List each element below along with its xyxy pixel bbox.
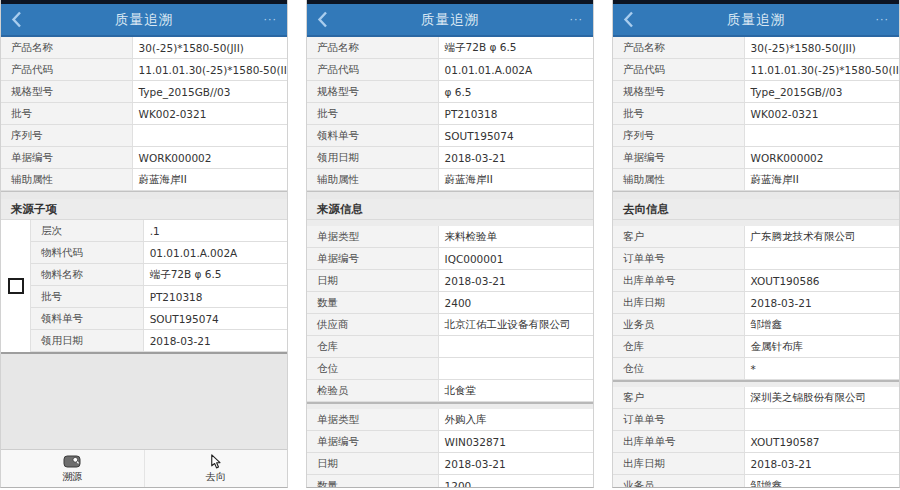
field-label: 业务员 [613, 475, 745, 488]
field-value: WK002-0321 [133, 103, 287, 124]
field-label: 日期 [307, 453, 439, 474]
field-label: 产品代码 [613, 59, 745, 80]
table-row: 出库单单号XOUT190586 [613, 270, 899, 292]
field-value [745, 409, 899, 430]
field-label: 仓库 [613, 336, 745, 357]
table-row: 订单单号 [613, 248, 899, 270]
field-value [745, 248, 899, 269]
back-button[interactable] [307, 4, 338, 35]
field-value: 蔚蓝海岸II [133, 169, 287, 190]
product-info-table: 产品名称30(-25)*1580-50(JII)产品代码11.01.01.30(… [613, 37, 899, 191]
field-label: 仓位 [307, 358, 439, 379]
three-screenshot-strip: 质量追溯 ··· 产品名称30(-25)*1580-50(JII)产品代码11.… [0, 0, 900, 490]
table-row: 辅助属性蔚蓝海岸II [613, 169, 899, 191]
field-label: 批号 [31, 286, 144, 307]
field-value: SOUT195074 [144, 308, 287, 329]
field-value: XOUT190586 [745, 270, 899, 291]
trace-panel-destination-info: 质量追溯 ··· 产品名称30(-25)*1580-50(JII)产品代码11.… [612, 0, 900, 488]
field-label: 出库单单号 [613, 431, 745, 452]
field-value: 01.01.01.A.002A [144, 242, 287, 263]
table-row: 出库日期2018-03-21 [613, 292, 899, 314]
field-label: 规格型号 [613, 81, 745, 102]
more-menu-button[interactable]: ··· [866, 4, 900, 35]
more-menu-button[interactable]: ··· [560, 4, 594, 35]
table-row: 批号WK002-0321 [613, 103, 899, 125]
table-row: 序列号 [1, 125, 287, 147]
table-row: 供应商北京江佑工业设备有限公司 [307, 314, 593, 336]
table-row: 仓位 [307, 358, 593, 380]
field-value: WORK000002 [745, 147, 899, 168]
field-label: 批号 [307, 103, 439, 124]
field-value: 金属针布库 [745, 336, 899, 357]
field-label: 规格型号 [1, 81, 133, 102]
field-label: 单据编号 [307, 248, 439, 269]
subitem-checkbox[interactable] [8, 278, 24, 294]
field-label: 客户 [613, 387, 745, 408]
trace-source-label: 溯源 [62, 470, 82, 484]
field-value: WORK000002 [133, 147, 287, 168]
table-row: 产品名称端子72B φ 6.5 [307, 37, 593, 59]
group-divider [307, 402, 593, 409]
field-value: 2400 [439, 292, 593, 313]
field-label: 仓库 [307, 336, 439, 357]
field-value: 30(-25)*1580-50(JII) [745, 37, 899, 58]
table-row: 层次.1 [31, 220, 287, 242]
field-label: 业务员 [613, 314, 745, 335]
field-label: 检验员 [307, 380, 439, 401]
field-label: 出库单单号 [613, 270, 745, 291]
table-row: 仓库金属针布库 [613, 336, 899, 358]
checkbox-column [1, 220, 31, 352]
source-doc-table-1: 单据类型来料检验单单据编号IQC000001日期2018-03-21数量2400… [307, 226, 593, 402]
field-value: 11.01.01.30(-25)*1580-50(II) [745, 59, 899, 80]
section-divider [1, 191, 287, 199]
field-value: PT210318 [144, 286, 287, 307]
table-row: 单据编号IQC000001 [307, 248, 593, 270]
trace-source-button[interactable]: 溯源 [1, 450, 144, 487]
table-row: 产品代码11.01.01.30(-25)*1580-50(II) [1, 59, 287, 81]
field-label: 仓位 [613, 358, 745, 379]
table-row: 规格型号Type_2015GB//03 [1, 81, 287, 103]
table-row: 物料代码01.01.01.A.002A [31, 242, 287, 264]
field-value: WK002-0321 [745, 103, 899, 124]
field-label: 单据编号 [613, 147, 745, 168]
page-title: 质量追溯 [307, 11, 593, 29]
back-button[interactable] [1, 4, 32, 35]
table-row: 领料单号SOUT195074 [307, 125, 593, 147]
field-value: XOUT190587 [745, 431, 899, 452]
field-value: 2018-03-21 [745, 453, 899, 474]
field-label: 出库日期 [613, 292, 745, 313]
field-label: 出库日期 [613, 453, 745, 474]
table-row: 数量2400 [307, 292, 593, 314]
field-value [745, 125, 899, 146]
trace-destination-button[interactable]: 去向 [144, 450, 288, 487]
table-row: 单据编号WORK000002 [1, 147, 287, 169]
field-value: PT210318 [439, 103, 593, 124]
field-value: 01.01.01.A.002A [439, 59, 593, 80]
table-row: 物料名称端子72B φ 6.5 [31, 264, 287, 286]
more-menu-button[interactable]: ··· [254, 4, 288, 35]
field-label: 单据编号 [307, 431, 439, 452]
table-row: 领料单号SOUT195074 [31, 308, 287, 330]
table-row: 出库日期2018-03-21 [613, 453, 899, 475]
field-label: 单据编号 [1, 147, 133, 168]
table-row: 日期2018-03-21 [307, 270, 593, 292]
field-label: 产品名称 [613, 37, 745, 58]
trace-panel-source-info: 质量追溯 ··· 产品名称端子72B φ 6.5产品代码01.01.01.A.0… [306, 0, 594, 488]
field-label: 数量 [307, 475, 439, 488]
app-header: 质量追溯 ··· [1, 4, 287, 37]
field-label: 产品名称 [307, 37, 439, 58]
back-button[interactable] [613, 4, 644, 35]
field-value: 蔚蓝海岸II [745, 169, 899, 190]
section-title: 来源信息 [307, 199, 593, 220]
field-label: 领料单号 [307, 125, 439, 146]
table-row: 规格型号Type_2015GB//03 [613, 81, 899, 103]
field-value: * [745, 358, 899, 379]
table-row: 单据编号WORK000002 [613, 147, 899, 169]
back-chevron-icon [11, 11, 22, 28]
field-label: 客户 [613, 226, 745, 247]
field-value: 2018-03-21 [439, 453, 593, 474]
table-row: 规格型号φ 6.5 [307, 81, 593, 103]
table-row: 检验员北食堂 [307, 380, 593, 402]
field-label: 单据类型 [307, 226, 439, 247]
section-title: 来源子项 [1, 199, 287, 220]
